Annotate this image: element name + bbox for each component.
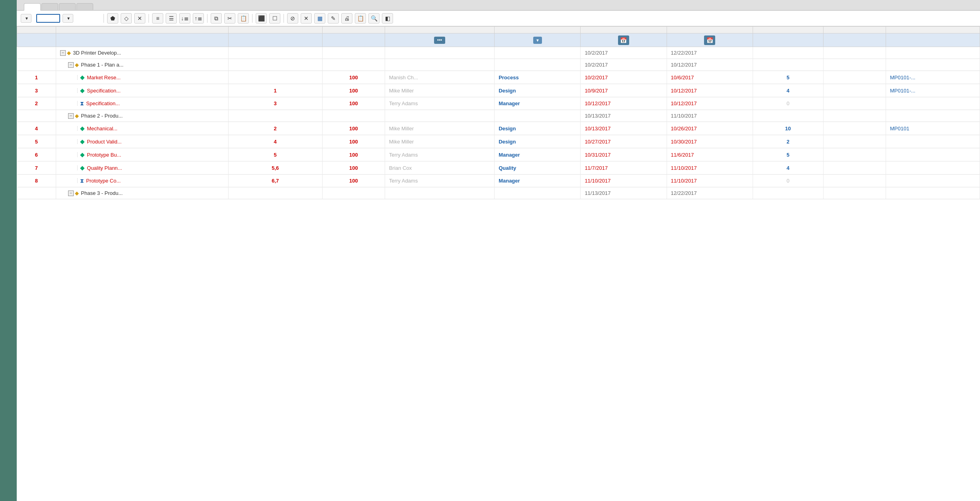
attach-link[interactable]: MP0101 [890,126,909,132]
cell-plan-finish: 12/22/2017 [667,187,753,199]
attach-link[interactable]: MP0101-... [890,75,915,81]
split-btn[interactable]: ◧ [382,13,393,24]
filter-project-tree [56,33,228,47]
edit-btn[interactable]: ✎ [328,13,339,24]
tree-connector: ┊ [76,75,79,80]
filter-leader[interactable]: ••• [385,33,494,47]
paste-btn[interactable]: 📋 [238,13,249,24]
expand-icon[interactable]: − [60,50,66,56]
cell-plan-finish: 11/10/2017 [667,110,753,122]
cell-status: 100 [322,135,385,148]
plan-start-calendar-btn[interactable]: 📅 [618,35,629,45]
expand-icon[interactable]: − [68,191,74,196]
project-tree-name[interactable]: Prototype Bu... [87,152,121,158]
tab-deliverables[interactable] [59,3,76,10]
tree-connector: ┊ [76,139,79,144]
table-row[interactable]: 2┊ ⧗Specification...3100Terry AdamsManag… [17,97,980,110]
fill-icon-btn[interactable]: ⬟ [107,13,118,24]
col-duration [753,27,823,33]
sort-up-btn[interactable]: ↑≣ [193,13,204,24]
search-btn[interactable]: 🔍 [368,13,379,24]
cell-hours [823,135,886,148]
table-row[interactable]: −◆Phase 1 - Plan a...10/2/201710/12/2017 [17,59,980,71]
cell-duration [753,59,823,71]
cell-n: 7 [17,161,56,175]
filter-dots-icon: ••• [437,37,442,43]
cell-plan-start: 10/2/2017 [581,71,667,84]
remove-button[interactable] [89,13,100,24]
table-row[interactable]: 1┊ ◆Market Rese...100Manish Ch...Process… [17,71,980,84]
actions-button[interactable]: ▾ [63,14,73,23]
plan-finish-calendar-btn[interactable]: 📅 [704,35,715,45]
cut-btn[interactable]: ✂ [224,13,235,24]
project-tree-name[interactable]: Prototype Co... [86,178,121,184]
cell-predecessors: 5 [228,148,322,161]
cell-project-tree: −◆Phase 1 - Plan a... [56,59,228,71]
saved-search-box[interactable] [36,14,60,23]
grid-btn[interactable]: ▦ [314,13,325,24]
leader-filter-btn[interactable]: ••• [434,37,446,44]
attach-link[interactable]: MP0101-... [890,88,915,94]
project-tree-name[interactable]: Phase 2 - Produ... [81,113,123,119]
table-row[interactable]: 3┊ ◆Specification...1100Mike MillerDesig… [17,84,980,97]
cell-attach [886,47,980,59]
diamond-icon-btn[interactable]: ◇ [121,13,132,24]
list-icon-btn[interactable]: ☰ [166,13,177,24]
separator-5 [284,14,284,23]
cell-leader: Manish Ch... [385,71,494,84]
project-tree-name[interactable]: 3D Printer Develop... [73,50,121,56]
filter-lead-role[interactable]: ▾ [495,33,581,47]
hourglass-icon: ⧗ [80,100,84,107]
expand-icon[interactable]: − [68,62,74,68]
table-row[interactable]: 5┊ ◆Product Valid...4100Mike MillerDesig… [17,135,980,148]
cell-duration: 5 [753,148,823,161]
filter-n [17,33,56,47]
x-btn[interactable]: ✕ [301,13,312,24]
cross-icon-btn[interactable]: ✕ [134,13,145,24]
cell-status: 100 [322,161,385,175]
project-tree-name[interactable]: Quality Plann... [87,165,122,171]
cell-duration [753,187,823,199]
table-row[interactable]: 7┊ ◆Quality Plann...5,6100Brian CoxQuali… [17,161,980,175]
cell-predecessors [228,59,322,71]
table-row[interactable]: 8┊ ⧗Prototype Co...6,7100Terry AdamsMana… [17,175,980,187]
add-button[interactable] [76,13,87,24]
cell-leader: Terry Adams [385,175,494,187]
align-icon-btn[interactable]: ≡ [152,13,163,24]
project-tree-name[interactable]: Specification... [86,100,120,106]
tab-parts[interactable] [76,3,93,10]
box-btn[interactable]: ☐ [269,13,280,24]
cell-leader [385,110,494,122]
table-row[interactable]: −◆Phase 3 - Produ...11/13/201712/22/2017 [17,187,980,199]
cell-lead-role: Process [495,71,581,84]
view-button[interactable]: ▾ [21,14,31,23]
table-row[interactable]: −◆Phase 2 - Produ...10/13/201711/10/2017 [17,110,980,122]
diamond-yellow-icon: ◆ [75,113,79,119]
tab-team[interactable] [41,3,58,10]
cell-status: 100 [322,122,385,135]
sort-down-btn[interactable]: ↓≣ [179,13,190,24]
flag-btn[interactable]: 📋 [355,13,366,24]
filter-plan-start[interactable]: 📅 [581,33,667,47]
project-tree-name[interactable]: Product Valid... [87,139,121,145]
cell-predecessors: 4 [228,135,322,148]
tab-project-plan[interactable] [24,3,41,11]
cell-plan-finish: 10/12/2017 [667,59,753,71]
cell-plan-start: 10/31/2017 [581,148,667,161]
project-tree-name[interactable]: Specification... [87,88,121,94]
project-tree-name[interactable]: Phase 1 - Plan a... [81,62,123,68]
table-row[interactable]: 6┊ ◆Prototype Bu...5100Terry AdamsManage… [17,148,980,161]
print-btn[interactable]: 🖨 [341,13,352,24]
cell-plan-start: 11/7/2017 [581,161,667,175]
table-row[interactable]: −◆3D Printer Develop...10/2/201712/22/20… [17,47,980,59]
project-tree-name[interactable]: Market Rese... [87,75,121,81]
square-btn[interactable]: ⬛ [256,13,267,24]
expand-icon[interactable]: − [68,113,74,119]
project-tree-name[interactable]: Phase 3 - Produ... [81,190,123,196]
circle-btn[interactable]: ⊘ [287,13,298,24]
project-tree-name[interactable]: Mechanical... [87,126,117,132]
filter-plan-finish[interactable]: 📅 [667,33,753,47]
role-filter-btn[interactable]: ▾ [533,37,542,44]
copy-btn[interactable]: ⧉ [211,13,222,24]
table-row[interactable]: 4┊ ◆Mechanical...2100Mike MillerDesign10… [17,122,980,135]
